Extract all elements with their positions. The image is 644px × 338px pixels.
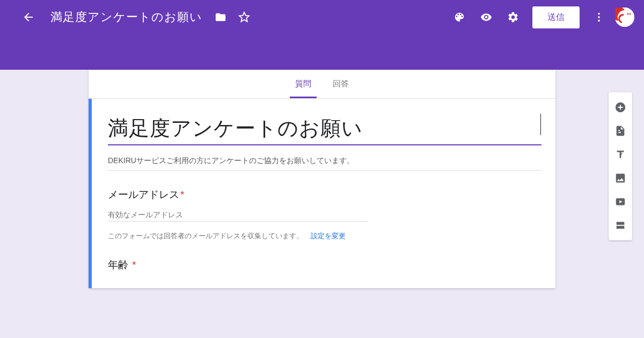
- svg-point-1: [598, 16, 600, 18]
- svg-point-2: [598, 20, 600, 22]
- required-asterisk: *: [180, 189, 184, 200]
- email-collect-note: このフォームでは回答者のメールアドレスを収集しています。 設定を変更: [108, 231, 541, 241]
- svg-rect-8: [617, 222, 625, 225]
- email-input[interactable]: [108, 210, 368, 222]
- form-description[interactable]: DEKIRUサービスご利用の方にアンケートのご協力をお願いしています。: [108, 156, 541, 171]
- form-title-header: 満足度アンケートのお願い: [50, 9, 202, 25]
- question-age: 年齢 *: [108, 258, 541, 272]
- send-button[interactable]: 送信: [532, 6, 580, 28]
- side-toolbar: [609, 92, 632, 240]
- svg-point-5: [630, 13, 631, 15]
- email-label-text: メールアドレス: [108, 189, 179, 200]
- svg-rect-9: [617, 226, 625, 229]
- form-card: 質問 回答 満足度アンケートのお願い DEKIRUサービスご利用の方にアンケート…: [89, 70, 555, 288]
- add-question-icon[interactable]: [609, 95, 632, 119]
- age-question-label: 年齢 *: [108, 258, 541, 272]
- collect-note-text: このフォームでは回答者のメールアドレスを収集しています。: [108, 232, 303, 240]
- account-avatar[interactable]: [615, 8, 634, 27]
- change-settings-link[interactable]: 設定を変更: [311, 232, 346, 240]
- form-title-field[interactable]: 満足度アンケートのお願い: [108, 114, 541, 145]
- star-icon[interactable]: [233, 6, 255, 28]
- question-email: メールアドレス* このフォームでは回答者のメールアドレスを収集しています。 設定…: [108, 188, 541, 241]
- email-question-label: メールアドレス*: [108, 188, 541, 202]
- tabs: 質問 回答: [89, 70, 555, 99]
- settings-gear-icon[interactable]: [502, 6, 524, 28]
- svg-point-4: [627, 13, 629, 15]
- header-right-icons: 送信: [449, 6, 634, 28]
- add-title-icon[interactable]: [609, 143, 632, 166]
- header-left-icons: [210, 6, 255, 28]
- tab-responses-label: 回答: [333, 79, 349, 89]
- add-section-icon[interactable]: [609, 214, 632, 237]
- tab-responses[interactable]: 回答: [322, 70, 360, 98]
- required-asterisk: *: [132, 259, 136, 270]
- folder-icon[interactable]: [210, 6, 231, 28]
- form-body: 満足度アンケートのお願い DEKIRUサービスご利用の方にアンケートのご協力をお…: [89, 99, 555, 288]
- svg-point-0: [598, 13, 600, 15]
- back-arrow-icon[interactable]: [21, 10, 35, 24]
- palette-icon[interactable]: [449, 6, 470, 28]
- age-label-text: 年齢: [108, 259, 128, 270]
- app-header: 満足度アンケートのお願い 送信: [0, 0, 644, 70]
- header-row: 満足度アンケートのお願い 送信: [0, 0, 644, 34]
- add-image-icon[interactable]: [609, 166, 632, 190]
- import-questions-icon[interactable]: [609, 119, 632, 143]
- add-video-icon[interactable]: [609, 190, 632, 214]
- preview-eye-icon[interactable]: [475, 6, 497, 28]
- text-cursor: [540, 114, 541, 135]
- tab-questions-label: 質問: [295, 79, 311, 89]
- form-title-text: 満足度アンケートのお願い: [108, 115, 541, 142]
- more-vert-icon[interactable]: [588, 6, 610, 28]
- tab-questions[interactable]: 質問: [284, 70, 322, 98]
